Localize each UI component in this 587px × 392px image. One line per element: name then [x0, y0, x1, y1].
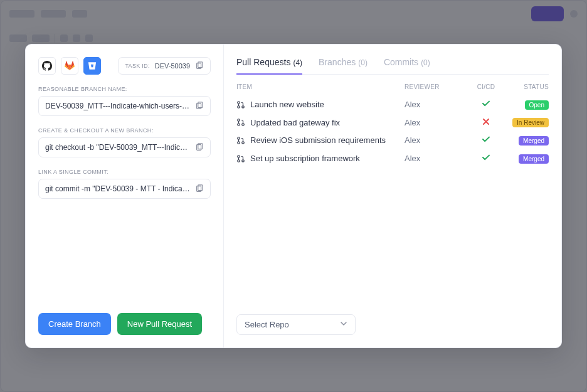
commit-field[interactable]: git commit -m "DEV-50039 - MTT - Indicat… — [38, 179, 211, 199]
col-reviewer: REVIEWER — [405, 83, 467, 90]
svg-point-18 — [238, 159, 240, 162]
modal-right-pane: Pull Requests (4) Branches (0) Commits (… — [224, 45, 561, 347]
table-row[interactable]: Set up subscription frameworkAlexMerged — [236, 149, 549, 167]
tab-label: Branches — [319, 57, 356, 67]
pr-title: Review iOS submission requirements — [250, 135, 386, 145]
commit-value: git commit -m "DEV-50039 - MTT - Indicat… — [45, 184, 190, 193]
checkout-value: git checkout -b "DEV-50039_MTT---Indica.… — [45, 143, 190, 152]
branch-name-field[interactable]: DEV-50039_MTT---Indicate-which-users-c..… — [38, 96, 211, 116]
action-buttons: Create Branch New Pull Request — [38, 313, 211, 335]
new-pull-request-button[interactable]: New Pull Request — [117, 313, 202, 335]
ci-success-icon — [467, 99, 505, 110]
repo-select-label: Select Repo — [245, 320, 289, 329]
ci-success-icon — [467, 153, 505, 164]
col-cicd: CI/CD — [467, 83, 505, 90]
repo-select-dropdown[interactable]: Select Repo — [236, 314, 356, 335]
svg-point-9 — [238, 105, 240, 108]
col-item: ITEM — [236, 83, 405, 90]
ci-fail-icon — [467, 118, 505, 127]
svg-point-15 — [238, 141, 240, 144]
table-row[interactable]: Review iOS submission requirementsAlexMe… — [236, 131, 549, 149]
copy-icon[interactable] — [195, 143, 204, 152]
tab-count: (4) — [293, 58, 302, 67]
svg-point-17 — [238, 155, 240, 157]
pr-title: Set up subscription framework — [250, 154, 360, 163]
gitlab-icon — [65, 61, 75, 71]
svg-point-8 — [238, 101, 240, 103]
table-body: Launch new websiteAlexOpenUpdated bad ga… — [236, 95, 549, 167]
tab-count: (0) — [358, 58, 368, 67]
github-provider-button[interactable] — [38, 57, 56, 75]
create-branch-button[interactable]: Create Branch — [38, 313, 111, 335]
svg-point-19 — [242, 159, 245, 162]
tab-branches[interactable]: Branches (0) — [319, 57, 368, 73]
bitbucket-provider-button[interactable] — [83, 57, 101, 75]
svg-point-12 — [238, 124, 240, 126]
task-id-pill: TASK ID: DEV-50039 — [118, 57, 211, 75]
pull-request-icon — [236, 100, 245, 109]
branch-name-label: REASONABLE BRANCH NAME: — [38, 86, 211, 92]
svg-point-11 — [238, 119, 240, 122]
provider-row: TASK ID: DEV-50039 — [38, 57, 211, 75]
bitbucket-icon — [88, 61, 97, 70]
modal-left-pane: TASK ID: DEV-50039 REASONABLE BRANCH NAM… — [26, 45, 224, 347]
svg-point-14 — [238, 137, 240, 139]
task-id-value: DEV-50039 — [155, 62, 190, 70]
github-icon — [42, 61, 52, 71]
tabs: Pull Requests (4) Branches (0) Commits (… — [236, 57, 549, 75]
col-status: STATUS — [505, 83, 549, 90]
tab-count: (0) — [421, 58, 430, 67]
svg-point-16 — [242, 141, 245, 144]
pull-request-icon — [236, 136, 245, 145]
tab-label: Pull Requests — [236, 57, 290, 67]
branch-name-value: DEV-50039_MTT---Indicate-which-users-c..… — [45, 102, 190, 110]
tab-commits[interactable]: Commits (0) — [384, 57, 430, 73]
commit-label: LINK A SINGLE COMMIT: — [38, 169, 211, 175]
table-row[interactable]: Launch new websiteAlexOpen — [236, 95, 549, 114]
chevron-down-icon — [340, 320, 347, 329]
checkout-label: CREATE & CHECKOUT A NEW BRANCH: — [38, 127, 211, 134]
svg-point-13 — [242, 124, 245, 126]
pr-title: Launch new website — [250, 100, 324, 109]
pr-status: Merged — [505, 154, 549, 164]
svg-point-10 — [242, 105, 245, 108]
pull-request-icon — [236, 118, 245, 127]
table-row[interactable]: Updated bad gateway fixAlexIn Review — [236, 114, 549, 131]
gitlab-provider-button[interactable] — [61, 57, 78, 75]
pull-request-icon — [236, 154, 245, 163]
copy-icon[interactable] — [195, 61, 204, 70]
copy-icon[interactable] — [195, 184, 204, 193]
pr-reviewer: Alex — [405, 135, 467, 145]
pr-reviewer: Alex — [405, 100, 467, 109]
table-header: ITEM REVIEWER CI/CD STATUS — [236, 75, 549, 95]
tab-pull-requests[interactable]: Pull Requests (4) — [236, 57, 302, 75]
tab-label: Commits — [384, 57, 418, 67]
pr-status: Open — [505, 100, 549, 110]
task-id-label: TASK ID: — [125, 63, 149, 69]
checkout-field[interactable]: git checkout -b "DEV-50039_MTT---Indica.… — [38, 137, 211, 157]
pr-reviewer: Alex — [405, 118, 467, 127]
ci-success-icon — [467, 135, 505, 146]
pr-reviewer: Alex — [405, 154, 467, 163]
copy-icon[interactable] — [195, 102, 204, 110]
pr-status: In Review — [505, 117, 549, 127]
git-modal: TASK ID: DEV-50039 REASONABLE BRANCH NAM… — [25, 44, 562, 348]
pr-title: Updated bad gateway fix — [250, 118, 340, 127]
pr-status: Merged — [505, 135, 549, 146]
